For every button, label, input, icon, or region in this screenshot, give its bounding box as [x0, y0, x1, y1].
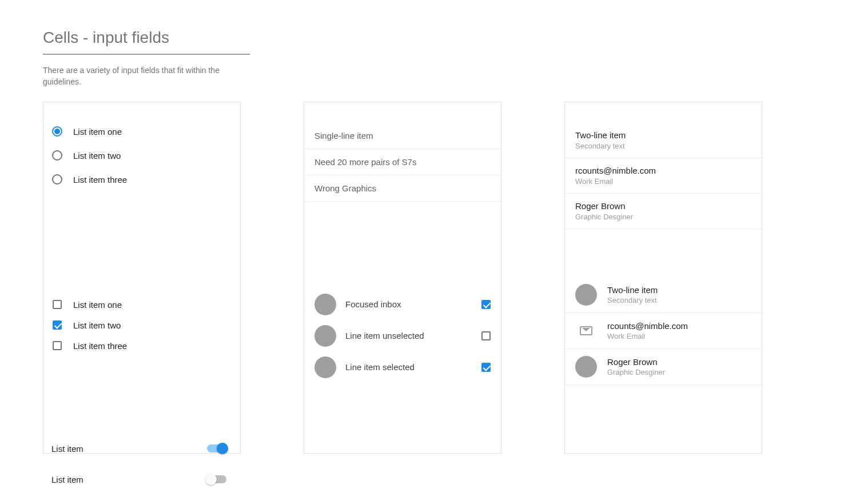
radio-group: List item one List item two List item th…	[43, 102, 240, 197]
avatar-icon	[314, 325, 336, 347]
primary-text: Roger Brown	[607, 357, 751, 367]
switch-item-2[interactable]: List item	[51, 464, 232, 493]
radio-label: List item one	[73, 127, 122, 137]
radio-label: List item three	[73, 175, 127, 185]
radio-icon	[51, 126, 63, 137]
switch-toggle-on[interactable]	[207, 444, 226, 452]
check-label: List item one	[73, 300, 122, 310]
primary-text: rcounts@nimble.com	[607, 321, 751, 331]
card-inputs: List item one List item two List item th…	[43, 102, 241, 454]
card-single-avatar: Single-line item Need 20 more pairs of S…	[304, 102, 501, 454]
two-line-avatar-item[interactable]: Two-line item Secondary text	[565, 277, 762, 313]
avatar-list: Focused inbox Line item unselected Line …	[304, 288, 501, 383]
switch-label: List item	[51, 475, 83, 484]
page-subtitle: There are a variety of input fields that…	[43, 65, 237, 87]
avatar-icon	[575, 284, 597, 306]
check-item-2[interactable]: List item two	[51, 315, 232, 335]
avatar-label: Line item selected	[345, 362, 481, 372]
check-label: List item three	[73, 341, 127, 351]
checkbox-icon	[51, 319, 63, 331]
switch-group: List item List item	[43, 427, 240, 493]
cards-row: List item one List item two List item th…	[43, 102, 825, 454]
check-item-1[interactable]: List item one	[51, 294, 232, 315]
single-line-item[interactable]: Need 20 more pairs of S7s	[304, 149, 501, 175]
checkbox-icon[interactable]	[481, 331, 491, 340]
primary-text: Two-line item	[575, 130, 751, 140]
avatar-item[interactable]: Line item selected	[314, 351, 491, 383]
checkbox-icon[interactable]	[481, 363, 491, 372]
single-line-list: Single-line item Need 20 more pairs of S…	[304, 102, 501, 202]
secondary-text: Secondary text	[575, 142, 751, 150]
secondary-text: Secondary text	[607, 296, 751, 304]
two-line-item[interactable]: Roger Brown Graphic Desginer	[565, 194, 762, 229]
single-line-item[interactable]: Single-line item	[304, 123, 501, 149]
mail-icon	[575, 320, 597, 342]
primary-text: rcounts@nimble.com	[575, 166, 751, 175]
secondary-text: Work Email	[575, 177, 751, 186]
avatar-label: Focused inbox	[345, 299, 481, 309]
radio-item-2[interactable]: List item two	[51, 143, 232, 167]
radio-item-3[interactable]: List item three	[51, 167, 232, 191]
primary-text: Roger Brown	[575, 201, 751, 211]
avatar-icon	[314, 356, 336, 378]
avatar-icon	[575, 356, 597, 378]
avatar-item[interactable]: Line item unselected	[314, 320, 491, 351]
two-line-item[interactable]: Two-line item Secondary text	[565, 123, 762, 158]
two-line-avatar-item[interactable]: rcounts@nimble.com Work Email	[565, 313, 762, 349]
checkbox-icon	[51, 299, 63, 310]
primary-text: Two-line item	[607, 285, 751, 295]
radio-label: List item two	[73, 151, 121, 161]
checkbox-icon[interactable]	[481, 300, 491, 309]
check-item-3[interactable]: List item three	[51, 335, 232, 356]
secondary-text: Graphic Desginer	[607, 368, 751, 376]
checkbox-group: List item one List item two List item th…	[43, 274, 240, 362]
radio-icon	[51, 150, 63, 161]
secondary-text: Work Email	[607, 332, 751, 340]
two-line-avatar-item[interactable]: Roger Brown Graphic Desginer	[565, 349, 762, 385]
card-two-line: Two-line item Secondary text rcounts@nim…	[564, 102, 762, 454]
switch-toggle-off[interactable]	[207, 475, 226, 483]
single-line-item[interactable]: Wrong Graphics	[304, 175, 501, 202]
avatar-label: Line item unselected	[345, 331, 481, 340]
checkbox-icon	[51, 340, 63, 351]
switch-item-1[interactable]: List item	[51, 433, 232, 464]
check-label: List item two	[73, 320, 121, 330]
two-line-avatar-list: Two-line item Secondary text rcounts@nim…	[565, 277, 762, 385]
two-line-list: Two-line item Secondary text rcounts@nim…	[565, 102, 762, 229]
avatar-icon	[314, 294, 336, 315]
radio-item-1[interactable]: List item one	[51, 119, 232, 143]
switch-label: List item	[51, 444, 83, 454]
secondary-text: Graphic Desginer	[575, 213, 751, 221]
two-line-item[interactable]: rcounts@nimble.com Work Email	[565, 158, 762, 194]
avatar-item[interactable]: Focused inbox	[314, 288, 491, 320]
page-title: Cells - input fields	[43, 29, 250, 55]
radio-icon	[51, 174, 63, 185]
